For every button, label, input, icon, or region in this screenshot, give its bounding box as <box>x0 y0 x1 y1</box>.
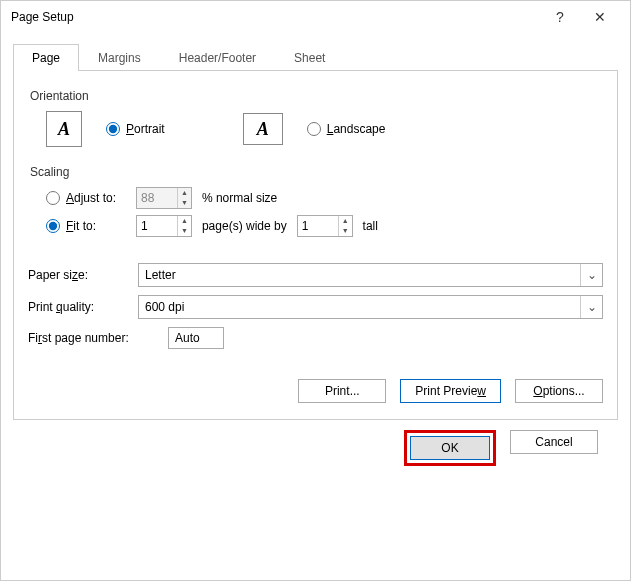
down-arrow-icon[interactable]: ▼ <box>339 226 352 236</box>
paper-size-select[interactable]: Letter ⌄ <box>138 263 603 287</box>
ok-button[interactable]: OK <box>410 436 490 460</box>
adjust-to-radio-input[interactable] <box>46 191 60 205</box>
cancel-button[interactable]: Cancel <box>510 430 598 454</box>
up-arrow-icon[interactable]: ▲ <box>178 188 191 198</box>
landscape-radio-label: Landscape <box>327 122 386 136</box>
landscape-radio[interactable]: Landscape <box>307 122 386 136</box>
print-quality-row: Print quality: 600 dpi ⌄ <box>28 295 603 319</box>
page-setup-dialog: Page Setup ? ✕ Page Margins Header/Foote… <box>0 0 631 581</box>
adjust-to-radio[interactable]: Adjust to: <box>46 191 126 205</box>
tab-page-body: Orientation A Portrait A Landscape Scali… <box>13 71 618 420</box>
tabstrip: Page Margins Header/Footer Sheet <box>13 43 618 71</box>
fit-wide-input[interactable] <box>137 216 177 236</box>
tab-sheet[interactable]: Sheet <box>275 44 344 71</box>
up-arrow-icon[interactable]: ▲ <box>178 216 191 226</box>
tab-margins[interactable]: Margins <box>79 44 160 71</box>
help-button[interactable]: ? <box>540 9 580 25</box>
orientation-label: Orientation <box>30 89 603 103</box>
tab-actions: Print... Print Preview Options... <box>28 357 603 403</box>
options-button[interactable]: Options... <box>515 379 603 403</box>
tab-page[interactable]: Page <box>13 44 79 71</box>
fit-to-radio-input[interactable] <box>46 219 60 233</box>
first-page-label: First page number: <box>28 331 158 345</box>
orientation-row: A Portrait A Landscape <box>46 111 603 147</box>
up-arrow-icon[interactable]: ▲ <box>339 216 352 226</box>
titlebar: Page Setup ? ✕ <box>1 1 630 33</box>
dialog-content: Page Margins Header/Footer Sheet Orienta… <box>1 33 630 580</box>
spinner-arrows[interactable]: ▲▼ <box>177 216 191 236</box>
portrait-radio[interactable]: Portrait <box>106 122 165 136</box>
paper-size-row: Paper size: Letter ⌄ <box>28 263 603 287</box>
print-quality-label: Print quality: <box>28 300 128 314</box>
portrait-radio-label: Portrait <box>126 122 165 136</box>
print-preview-button[interactable]: Print Preview <box>400 379 501 403</box>
adjust-suffix: % normal size <box>202 191 277 205</box>
spinner-arrows[interactable]: ▲▼ <box>338 216 352 236</box>
chevron-down-icon[interactable]: ⌄ <box>580 296 602 318</box>
first-page-row: First page number: <box>28 327 603 349</box>
fit-tall-input[interactable] <box>298 216 338 236</box>
scaling-label: Scaling <box>30 165 603 179</box>
adjust-to-label: Adjust to: <box>66 191 116 205</box>
adjust-to-input[interactable] <box>137 188 177 208</box>
fit-to-row: Fit to: ▲▼ page(s) wide by ▲▼ tall <box>46 215 603 237</box>
fit-suffix: tall <box>363 219 378 233</box>
fit-tall-spinner[interactable]: ▲▼ <box>297 215 353 237</box>
paper-size-label: Paper size: <box>28 268 128 282</box>
spinner-arrows[interactable]: ▲▼ <box>177 188 191 208</box>
portrait-icon: A <box>46 111 82 147</box>
paper-size-value: Letter <box>139 268 580 282</box>
adjust-to-row: Adjust to: ▲▼ % normal size <box>46 187 603 209</box>
landscape-icon: A <box>243 113 283 145</box>
fit-to-radio[interactable]: Fit to: <box>46 219 126 233</box>
print-quality-value: 600 dpi <box>139 300 580 314</box>
dialog-footer: OK Cancel <box>13 420 618 480</box>
chevron-down-icon[interactable]: ⌄ <box>580 264 602 286</box>
close-button[interactable]: ✕ <box>580 9 620 25</box>
fit-middle-label: page(s) wide by <box>202 219 287 233</box>
first-page-input[interactable] <box>168 327 224 349</box>
landscape-radio-input[interactable] <box>307 122 321 136</box>
portrait-radio-input[interactable] <box>106 122 120 136</box>
down-arrow-icon[interactable]: ▼ <box>178 198 191 208</box>
ok-highlight: OK <box>404 430 496 466</box>
adjust-to-spinner[interactable]: ▲▼ <box>136 187 192 209</box>
dialog-title: Page Setup <box>11 10 540 24</box>
print-quality-select[interactable]: 600 dpi ⌄ <box>138 295 603 319</box>
fit-to-label: Fit to: <box>66 219 96 233</box>
fit-wide-spinner[interactable]: ▲▼ <box>136 215 192 237</box>
tab-header-footer[interactable]: Header/Footer <box>160 44 275 71</box>
down-arrow-icon[interactable]: ▼ <box>178 226 191 236</box>
print-button[interactable]: Print... <box>298 379 386 403</box>
